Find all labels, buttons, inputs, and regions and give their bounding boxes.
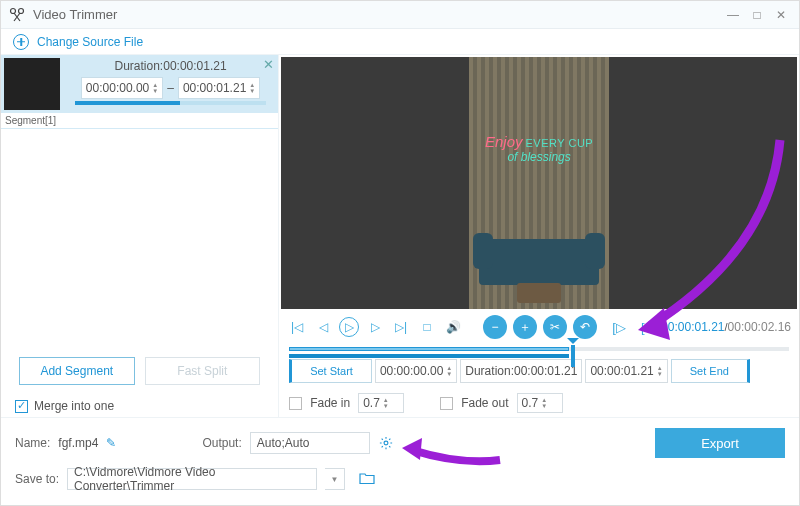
undo-icon[interactable]: ↶ xyxy=(573,315,597,339)
time-display: 00:00:01.21/00:00:02.16 xyxy=(661,320,791,334)
play-icon[interactable]: ▷ xyxy=(339,317,359,337)
output-value[interactable]: Auto;Auto xyxy=(250,432,370,454)
fade-out-checkbox[interactable] xyxy=(440,397,453,410)
stepper-down-icon[interactable]: ▼ xyxy=(541,403,547,409)
segment-row[interactable]: ✕ Duration:00:00:01.21 00:00:00.00▲▼ – 0… xyxy=(1,55,278,113)
title-bar: Video Trimmer — □ ✕ xyxy=(1,1,799,29)
segment-label: Segment[1] xyxy=(1,113,278,129)
open-folder-icon[interactable] xyxy=(359,471,375,488)
sidebar: ✕ Duration:00:00:01.21 00:00:00.00▲▼ – 0… xyxy=(1,55,279,417)
merge-checkbox[interactable] xyxy=(15,400,28,413)
add-segment-button[interactable]: Add Segment xyxy=(19,357,135,385)
fade-in-input[interactable]: 0.7▲▼ xyxy=(358,393,404,413)
timeline-handle[interactable] xyxy=(569,343,579,371)
trim-end-input[interactable]: 00:00:01.21▲▼ xyxy=(585,359,667,383)
segment-duration: Duration:00:00:01.21 xyxy=(69,59,272,73)
stepper-down-icon[interactable]: ▼ xyxy=(249,88,255,94)
output-settings-icon[interactable] xyxy=(378,435,394,451)
split-icon[interactable]: ✂ xyxy=(543,315,567,339)
prev-frame-icon[interactable]: ◁ xyxy=(313,317,333,337)
fade-in-label: Fade in xyxy=(310,396,350,410)
stepper-down-icon[interactable]: ▼ xyxy=(152,88,158,94)
stop-icon[interactable]: □ xyxy=(417,317,437,337)
edit-name-icon[interactable]: ✎ xyxy=(106,436,116,450)
maximize-button[interactable]: □ xyxy=(745,3,769,27)
save-to-label: Save to: xyxy=(15,472,59,486)
fast-split-button: Fast Split xyxy=(145,357,261,385)
stepper-down-icon[interactable]: ▼ xyxy=(383,403,389,409)
goto-start-icon[interactable]: |◁ xyxy=(287,317,307,337)
stepper-down-icon[interactable]: ▼ xyxy=(657,371,663,377)
add-source-icon[interactable] xyxy=(13,34,29,50)
export-button[interactable]: Export xyxy=(655,428,785,458)
trim-start-input[interactable]: 00:00:00.00▲▼ xyxy=(375,359,457,383)
bracket-left-icon[interactable]: [▷ xyxy=(609,317,629,337)
minimize-button[interactable]: — xyxy=(721,3,745,27)
fade-in-checkbox[interactable] xyxy=(289,397,302,410)
goto-end-icon[interactable]: ▷| xyxy=(391,317,411,337)
zoom-in-icon[interactable]: ＋ xyxy=(513,315,537,339)
bracket-right-icon[interactable]: [▫ xyxy=(635,317,655,337)
name-value: fgf.mp4 xyxy=(58,436,98,450)
segment-thumbnail[interactable] xyxy=(4,58,60,110)
svg-point-0 xyxy=(11,8,16,13)
segment-progress xyxy=(75,101,266,105)
save-path-dropdown[interactable]: ▼ xyxy=(325,468,345,490)
video-preview[interactable]: Enjoy EVERY CUP of blessings xyxy=(281,57,797,309)
segment-start-input[interactable]: 00:00:00.00▲▼ xyxy=(81,77,163,99)
main-panel: Enjoy EVERY CUP of blessings |◁ ◁ ▷ ▷ ▷|… xyxy=(279,55,799,417)
change-source-link[interactable]: Change Source File xyxy=(37,35,143,49)
set-start-button[interactable]: Set Start xyxy=(289,359,372,383)
name-label: Name: xyxy=(15,436,50,450)
stepper-down-icon[interactable]: ▼ xyxy=(446,371,452,377)
output-label: Output: xyxy=(202,436,241,450)
video-overlay-text: Enjoy EVERY CUP of blessings xyxy=(469,135,609,164)
set-end-button[interactable]: Set End xyxy=(671,359,750,383)
next-frame-icon[interactable]: ▷ xyxy=(365,317,385,337)
timeline-track[interactable] xyxy=(289,347,789,351)
svg-point-1 xyxy=(19,8,24,13)
app-title: Video Trimmer xyxy=(33,7,721,22)
volume-icon[interactable]: 🔊 xyxy=(443,317,463,337)
segment-end-input[interactable]: 00:00:01.21▲▼ xyxy=(178,77,260,99)
trim-duration-display: Duration:00:00:01.21 xyxy=(460,359,582,383)
fade-out-input[interactable]: 0.7▲▼ xyxy=(517,393,563,413)
zoom-out-icon[interactable]: − xyxy=(483,315,507,339)
svg-point-2 xyxy=(384,441,388,445)
top-bar: Change Source File xyxy=(1,29,799,55)
close-button[interactable]: ✕ xyxy=(769,3,793,27)
app-icon xyxy=(7,5,27,25)
merge-label: Merge into one xyxy=(34,399,114,413)
bottom-bar: Name: fgf.mp4 ✎ Output: Auto;Auto Export… xyxy=(1,417,799,500)
player-controls: |◁ ◁ ▷ ▷ ▷| □ 🔊 − ＋ ✂ ↶ [▷ [▫ 00:00:01.2… xyxy=(279,309,799,345)
fade-out-label: Fade out xyxy=(461,396,508,410)
save-path-input[interactable]: C:\Vidmore\Vidmore Video Converter\Trimm… xyxy=(67,468,317,490)
segment-close-icon[interactable]: ✕ xyxy=(263,57,274,72)
